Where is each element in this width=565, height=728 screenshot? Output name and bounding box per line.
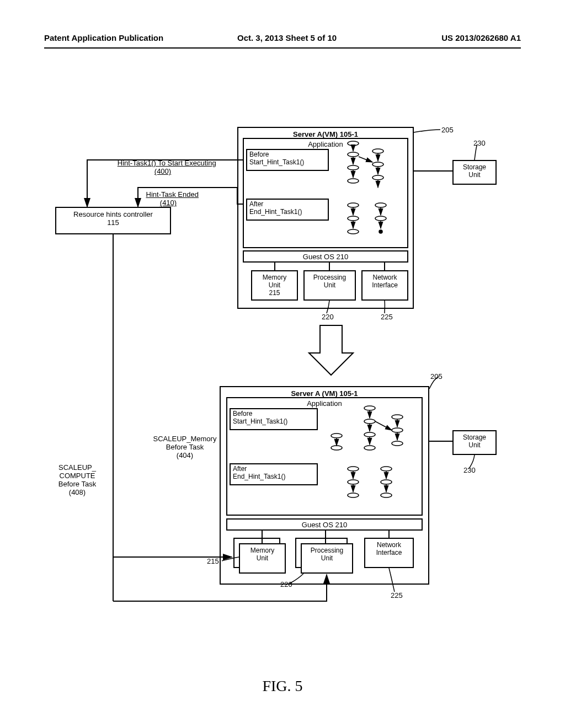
after-hint-top-text: After End_Hint_Task1() [249, 200, 302, 216]
hint-end-text: Hint-Task Ended (410) [146, 190, 199, 207]
hint-end-label: Hint-Task Ended (410) [124, 182, 212, 215]
ref-225-top: 225 [381, 313, 393, 321]
scaleup-compute-label: SCALEUP_ COMPUTE Before Task (408) [44, 463, 110, 496]
processing-unit-bottom: Processing Unit [301, 543, 353, 574]
guest-os-top: Guest OS 210 [243, 250, 408, 263]
hint-start-label: Hint-Task1() To Start Executing (400) [99, 151, 226, 184]
server-a-bottom-title: Server A (VM) 105-1 [221, 389, 428, 398]
header-mid: Oct. 3, 2013 Sheet 5 of 10 [237, 33, 337, 42]
application-bottom-label: Application [227, 399, 422, 408]
server-a-top-title: Server A(VM) 105-1 [238, 130, 413, 138]
ref-230-bottom: 230 [463, 466, 476, 474]
ref-205-bottom: 205 [430, 372, 443, 381]
hint-start-text: Hint-Task1() To Start Executing (400) [118, 159, 216, 175]
guest-os-bottom: Guest OS 210 [226, 518, 423, 531]
figure-caption: FIG. 5 [44, 677, 521, 695]
application-top-label: Application [244, 140, 407, 148]
after-hint-bottom-text: After End_Hint_Task1() [233, 465, 285, 480]
before-hint-bottom-text: Before Start_Hint_Task1() [233, 410, 287, 425]
network-if-bottom: Network Interface [364, 538, 414, 568]
ref-230-top: 230 [473, 139, 486, 147]
storage-unit-top: Storage Unit [452, 160, 497, 185]
header-rule [44, 47, 521, 49]
header-left: Patent Application Publication [44, 33, 163, 42]
ref-225-bottom: 225 [391, 591, 403, 599]
header-right: US 2013/0262680 A1 [441, 33, 521, 42]
memory-unit-top: Memory Unit 215 [251, 270, 298, 301]
storage-unit-bottom: Storage Unit [452, 430, 497, 455]
scaleup-memory-label: SCALEUP_Memory Before Task (404) [146, 435, 223, 459]
ref-220-bottom: 220 [280, 580, 292, 588]
memory-unit-bottom: Memory Unit [239, 543, 286, 574]
ref-205-top: 205 [441, 126, 454, 134]
ref-215-bottom: 215 [207, 557, 219, 565]
network-if-top: Network Interface [361, 270, 408, 301]
ref-220-top: 220 [322, 313, 334, 321]
processing-unit-top: Processing Unit [303, 270, 356, 301]
before-hint-top-text: Before Start_Hint_Task1() [249, 151, 304, 166]
